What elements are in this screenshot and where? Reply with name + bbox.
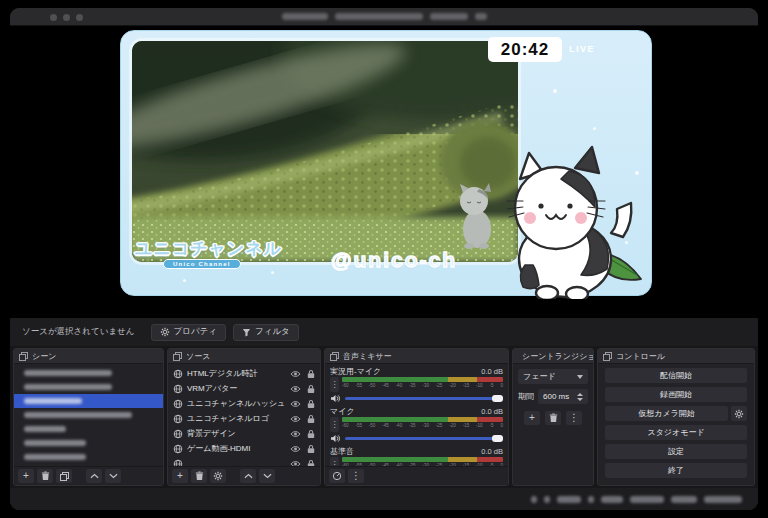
- add-transition-button[interactable]: +: [524, 411, 540, 425]
- move-source-down-button[interactable]: [259, 469, 275, 483]
- traffic-lights[interactable]: [50, 14, 83, 21]
- control-button[interactable]: 録画開始: [605, 387, 747, 402]
- scene-list-item[interactable]: [14, 408, 163, 422]
- scene-list-item[interactable]: [14, 422, 163, 436]
- spinner-up-icon[interactable]: [577, 393, 583, 396]
- mixer-panel-header[interactable]: 音声ミキサー: [325, 349, 508, 364]
- channel-menu-button[interactable]: ⋮: [330, 417, 339, 432]
- transitions-panel-header[interactable]: シーントランジション: [513, 349, 593, 364]
- control-button[interactable]: 仮想カメラ開始: [605, 406, 728, 421]
- gear-icon: [734, 409, 744, 419]
- move-source-up-button[interactable]: [240, 469, 256, 483]
- lock-icon[interactable]: [307, 384, 315, 394]
- add-source-button[interactable]: +: [172, 469, 188, 483]
- meter-tick: -10: [476, 383, 483, 388]
- volume-slider[interactable]: [345, 437, 503, 440]
- speaker-icon[interactable]: [330, 394, 341, 403]
- lock-icon[interactable]: [307, 414, 315, 424]
- remove-transition-button[interactable]: [545, 411, 561, 425]
- volume-slider-handle[interactable]: [492, 435, 503, 442]
- scenes-panel-header[interactable]: シーン: [14, 349, 163, 364]
- visibility-eye-icon[interactable]: [290, 445, 301, 453]
- source-list-item[interactable]: HTMLデジタル時計: [168, 366, 320, 381]
- control-button[interactable]: 終了: [605, 463, 747, 478]
- meter-tick: -10: [476, 423, 483, 428]
- scene-name-redacted: [24, 440, 86, 446]
- meter-tick: -45: [382, 423, 389, 428]
- control-button[interactable]: 設定: [605, 444, 747, 459]
- spinner-arrows[interactable]: [577, 393, 583, 401]
- stream-overlay-frame[interactable]: 20:42 LIVE ユニコチャンネル Unico Channel @unico…: [120, 30, 652, 296]
- move-scene-up-button[interactable]: [86, 469, 102, 483]
- source-list-item[interactable]: 背景デザイン: [168, 426, 320, 441]
- scene-filters-button[interactable]: [56, 469, 72, 483]
- visibility-eye-icon[interactable]: [290, 415, 301, 423]
- visibility-eye-icon[interactable]: [290, 400, 301, 408]
- mixer-menu-button[interactable]: ⋮: [348, 469, 364, 483]
- channel-level-db: 0.0 dB: [481, 367, 503, 376]
- transition-select[interactable]: フェード: [518, 369, 588, 384]
- sparkle: [271, 271, 274, 274]
- move-scene-down-button[interactable]: [105, 469, 121, 483]
- sparkle: [577, 259, 581, 263]
- remove-source-button[interactable]: [191, 469, 207, 483]
- obs-window: 20:42 LIVE ユニコチャンネル Unico Channel @unico…: [10, 8, 758, 510]
- visibility-eye-icon[interactable]: [290, 430, 301, 438]
- scene-list-item[interactable]: [14, 394, 163, 408]
- volume-slider-handle[interactable]: [492, 395, 503, 402]
- source-list[interactable]: HTMLデジタル時計 VRMアバター: [168, 364, 320, 471]
- lock-icon[interactable]: [307, 444, 315, 454]
- scene-list-item[interactable]: [14, 450, 163, 464]
- meter-tick: -60: [342, 383, 349, 388]
- lock-icon[interactable]: [307, 399, 315, 409]
- scene-list[interactable]: [14, 364, 163, 464]
- scene-name-redacted: [24, 384, 112, 390]
- preview-canvas[interactable]: 20:42 LIVE ユニコチャンネル Unico Channel @unico…: [10, 26, 758, 318]
- visibility-eye-icon[interactable]: [290, 385, 301, 393]
- title-bar[interactable]: [10, 8, 758, 26]
- sources-panel-header[interactable]: ソース: [168, 349, 320, 364]
- advanced-audio-button[interactable]: [329, 469, 345, 483]
- properties-button[interactable]: プロパティ: [151, 324, 227, 341]
- scene-list-item[interactable]: [14, 366, 163, 380]
- source-type-icon: [173, 429, 183, 439]
- remove-scene-button[interactable]: [37, 469, 53, 483]
- meter-tick: -30: [422, 383, 429, 388]
- game-video-source[interactable]: [132, 41, 518, 262]
- lock-icon[interactable]: [307, 429, 315, 439]
- duration-spinner[interactable]: 600 ms: [538, 389, 588, 404]
- properties-label: プロパティ: [174, 326, 218, 338]
- source-list-item[interactable]: ゲーム動画-HDMI: [168, 441, 320, 456]
- volume-slider[interactable]: [345, 397, 503, 400]
- spinner-down-icon[interactable]: [577, 398, 583, 401]
- channel-menu-button[interactable]: ⋮: [330, 377, 339, 392]
- minimize-window-button[interactable]: [63, 14, 70, 21]
- meter-tick: -20: [449, 423, 456, 428]
- meter-tick: -55: [355, 383, 362, 388]
- source-type-icon: [173, 384, 183, 394]
- zoom-window-button[interactable]: [76, 14, 83, 21]
- meter-tick: -25: [436, 423, 443, 428]
- filters-label: フィルタ: [255, 326, 290, 338]
- source-list-item[interactable]: ユニコチャンネルハッシュタグ: [168, 396, 320, 411]
- close-window-button[interactable]: [50, 14, 57, 21]
- controls-panel-header[interactable]: コントロール: [598, 349, 754, 364]
- lock-icon[interactable]: [307, 369, 315, 379]
- sparkle: [635, 171, 639, 175]
- control-button[interactable]: スタジオモード: [605, 425, 747, 440]
- visibility-eye-icon[interactable]: [290, 370, 301, 378]
- status-blur-segment: [588, 496, 594, 503]
- scene-list-item[interactable]: [14, 380, 163, 394]
- virtual-camera-settings-button[interactable]: [731, 406, 747, 421]
- source-name: 背景デザイン: [187, 428, 286, 439]
- source-properties-button[interactable]: [210, 469, 226, 483]
- add-scene-button[interactable]: +: [18, 469, 34, 483]
- sources-panel: ソース HTMLデジタル時計 VRMアバター: [167, 348, 321, 486]
- speaker-icon[interactable]: [330, 434, 341, 443]
- control-button[interactable]: 配信開始: [605, 368, 747, 383]
- source-list-item[interactable]: VRMアバター: [168, 381, 320, 396]
- filters-button[interactable]: フィルタ: [233, 324, 299, 341]
- transition-properties-button[interactable]: ⋮: [566, 411, 582, 425]
- scene-list-item[interactable]: [14, 436, 163, 450]
- source-list-item[interactable]: ユニコチャンネルロゴ: [168, 411, 320, 426]
